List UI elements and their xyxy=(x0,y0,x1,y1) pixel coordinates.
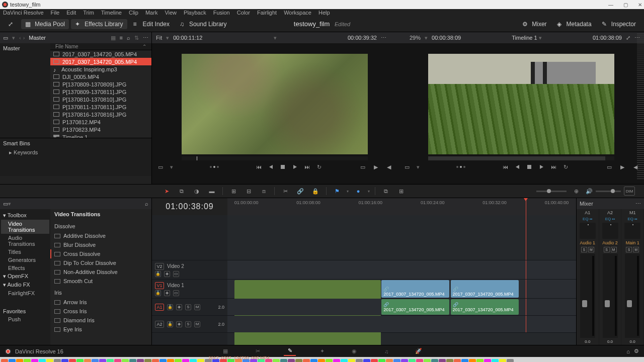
pinned-app-icon[interactable] xyxy=(16,359,23,362)
pinned-app-icon[interactable] xyxy=(144,359,151,362)
menu-playback[interactable]: Playback xyxy=(184,10,206,16)
pinned-app-icon[interactable] xyxy=(378,359,385,362)
fx-item[interactable]: Cross Dissolve xyxy=(50,249,151,258)
fx-tree-item[interactable]: Audio Transitions xyxy=(1,234,49,248)
a2-auto[interactable]: ◈ xyxy=(176,321,182,327)
fx-tree-item[interactable]: ▾ Audio FX xyxy=(1,281,49,289)
pinned-app-icon[interactable] xyxy=(484,359,491,362)
a1-lane[interactable]: 🔗 2017_0307_134720_005.MP4🔗 2017_0307_13… xyxy=(227,299,576,315)
pinned-app-icon[interactable] xyxy=(303,359,310,362)
pinned-app-icon[interactable] xyxy=(446,359,453,362)
metadata-toggle[interactable]: ◈ Metadata xyxy=(553,19,596,29)
more-icon[interactable]: ⋯ xyxy=(143,35,148,41)
razor-tool[interactable]: ✂ xyxy=(280,187,291,196)
a2-lock[interactable]: 🔒 xyxy=(167,321,173,327)
media-file-row[interactable]: P[1370816-1370816].JPG xyxy=(50,111,151,118)
v2-lane[interactable] xyxy=(227,260,576,279)
fairlight-page[interactable]: ♫ xyxy=(380,347,392,356)
rec-play-reverse[interactable] xyxy=(514,163,521,170)
keywords-bin[interactable]: ▸ Keywords xyxy=(3,148,148,157)
eq-button[interactable]: EQ ▪▪ xyxy=(605,217,615,221)
media-page[interactable]: ▦ xyxy=(219,347,231,356)
thumbnail-view-icon[interactable]: ▦ xyxy=(111,35,116,41)
fx-view-icon[interactable]: ▭ xyxy=(3,201,8,207)
deliver-page[interactable]: 🚀 xyxy=(413,347,425,356)
inspector-toggle[interactable]: ✎ Inspector xyxy=(598,19,640,29)
menu-edit[interactable]: Edit xyxy=(66,10,76,16)
menu-mark[interactable]: Mark xyxy=(145,10,157,16)
src-zoom[interactable]: Fit xyxy=(156,35,162,41)
fx-tree-item[interactable]: Effects xyxy=(1,264,49,272)
rec-match-frame[interactable]: ▭ xyxy=(606,163,613,170)
src-match-frame[interactable]: ▭ xyxy=(359,163,366,170)
media-file-row[interactable]: P[1370809-1370809].JPG xyxy=(50,80,151,88)
pinned-app-icon[interactable] xyxy=(39,359,46,362)
media-file-row[interactable]: P[1370810-1370810].JPG xyxy=(50,96,151,103)
link-tool[interactable]: 🔗 xyxy=(295,187,306,196)
audio-clip[interactable]: 🔗 2017_0307_134720_005.MP4 xyxy=(381,299,449,315)
v1-auto[interactable]: ◈ xyxy=(164,290,170,296)
source-jog-bar[interactable] xyxy=(182,156,368,160)
fx-tree-item[interactable]: FairlightFX xyxy=(1,289,49,297)
pinned-app-icon[interactable] xyxy=(46,359,53,362)
pinned-app-icon[interactable] xyxy=(190,359,197,362)
fader[interactable] xyxy=(625,254,640,338)
pinned-app-icon[interactable] xyxy=(348,359,355,362)
v2-disable[interactable]: ▭ xyxy=(173,271,179,277)
audio-clip[interactable]: 🔗 2017_0307_134720_005.MP4 xyxy=(451,299,519,315)
playhead[interactable] xyxy=(526,198,526,215)
menu-davinci[interactable]: DaVinci Resolve xyxy=(3,10,44,16)
v2-lock[interactable]: 🔒 xyxy=(155,271,161,277)
src-last-frame[interactable]: ⏭ xyxy=(303,163,310,170)
bin-name[interactable]: Master xyxy=(29,35,46,41)
solo-button[interactable]: S xyxy=(581,247,587,252)
flag-tool[interactable]: ⚑ xyxy=(332,187,343,196)
pinned-app-icon[interactable] xyxy=(137,359,144,362)
pan-control[interactable] xyxy=(602,223,618,239)
v2-auto[interactable]: ◈ xyxy=(164,271,170,277)
pinned-app-icon[interactable] xyxy=(333,359,340,362)
pinned-app-icon[interactable] xyxy=(461,359,468,362)
fx-search-icon[interactable]: ⌕ xyxy=(145,201,148,207)
a2-lane[interactable] xyxy=(227,316,576,332)
nav-fwd[interactable]: › xyxy=(23,35,25,41)
v1-lock[interactable]: 🔒 xyxy=(155,290,161,296)
src-first-frame[interactable]: ⏮ xyxy=(255,163,262,170)
video-clip[interactable]: 🔗 2017_0307_134720_005.MP4 xyxy=(451,280,519,298)
mute-button[interactable]: M xyxy=(611,247,617,252)
rec-loop[interactable]: ↻ xyxy=(562,163,569,170)
maximize-button[interactable]: ▢ xyxy=(623,2,628,8)
pinned-app-icon[interactable] xyxy=(61,359,68,362)
rec-mark-in[interactable]: ▶ xyxy=(619,163,626,170)
volume-slider[interactable] xyxy=(596,191,621,192)
solo-button[interactable]: S xyxy=(626,247,632,252)
pinned-app-icon[interactable] xyxy=(386,359,393,362)
pinned-app-icon[interactable] xyxy=(416,359,423,362)
pinned-app-icon[interactable] xyxy=(9,359,16,362)
bin-view-icon[interactable]: ▭ xyxy=(3,35,8,41)
media-pool-toggle[interactable]: ▦ Media Pool xyxy=(21,19,69,29)
edit-page[interactable]: ✎ xyxy=(284,347,296,356)
a1-dest[interactable]: A1 xyxy=(155,304,164,311)
pinned-app-icon[interactable] xyxy=(326,359,333,362)
menu-view[interactable]: View xyxy=(165,10,177,16)
pinned-app-icon[interactable] xyxy=(469,359,476,362)
pinned-app-icon[interactable] xyxy=(439,359,446,362)
fx-item[interactable]: Additive Dissolve xyxy=(50,231,151,240)
a1-lock[interactable]: 🔒 xyxy=(167,304,173,310)
search-icon[interactable]: ⌕ xyxy=(127,35,130,41)
pinned-app-icon[interactable] xyxy=(175,359,182,362)
a2-dest[interactable]: A2 xyxy=(155,321,164,328)
pinned-app-icon[interactable] xyxy=(159,359,167,362)
fx-item[interactable]: Cross Iris xyxy=(50,307,151,316)
a1-auto[interactable]: ◈ xyxy=(176,304,182,310)
pinned-app-icon[interactable] xyxy=(1,359,8,362)
media-file-row[interactable]: P[1370811-1370811].JPG xyxy=(50,103,151,111)
fx-item[interactable]: Blur Dissolve xyxy=(50,240,151,249)
src-more[interactable]: ⋯ xyxy=(381,35,386,41)
mute-button[interactable]: M xyxy=(633,247,639,252)
favorite-item[interactable]: Push xyxy=(1,315,49,323)
menu-workspace[interactable]: Workspace xyxy=(284,10,311,16)
menu-trim[interactable]: Trim xyxy=(83,10,94,16)
src-play[interactable] xyxy=(291,163,298,170)
